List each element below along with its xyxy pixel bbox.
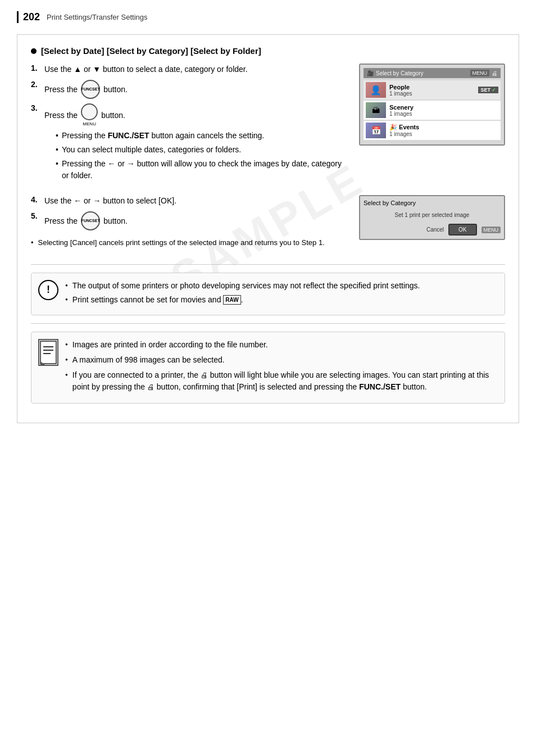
step-3-sub-bullets: Pressing the FUNC./SET button again canc… [56,130,348,182]
screenshot-2-title: Select by Category [364,200,501,206]
screenshot-1-menu: MENU [470,70,490,76]
events-category: 🎉 Events [389,124,498,131]
step-5-text-after: button. [103,215,128,227]
warning-content: The output of some printers or photo dev… [65,280,498,308]
step-5-text-before: Press the [44,215,78,227]
screenshot-row-events: 📅 🎉 Events 1 images [364,121,501,140]
row-people-text: People 1 images [389,84,475,97]
screenshot-1-titlebar: 🎥 Select by Category MENU 🖨 [364,68,501,78]
screenshot-2-bottom: Cancel OK MENU [364,224,501,236]
warning-text-1: The output of some printers or photo dev… [72,280,420,292]
sub-bullet-3-text: Pressing the ← or → button will allow yo… [62,158,348,182]
set-badge: SET ✓ [478,87,498,93]
step-2-content: Press the FUNCSET button. [44,80,348,99]
warning-box: ! The output of some printers or photo d… [31,273,505,315]
note-text-1: Images are printed in order according to… [72,339,268,351]
screenshot-1: 🎥 Select by Category MENU 🖨 👤 People 1 i… [359,64,505,189]
step-1-num: 1. [31,64,41,73]
sub-bullet-2-text: You can select multiple dates, categorie… [62,144,241,156]
step-5-num: 5. [31,211,41,220]
cancel-note: Selecting [Cancel] cancels print setting… [31,237,348,248]
step-2: 2. Press the FUNCSET button. [31,80,348,99]
note-box: Images are printed in order according to… [31,332,505,404]
section-title-text: [Select by Date] [Select by Category] [S… [41,46,261,56]
screenshot-row-scenery: 🏔 Scenery 1 images [364,101,501,120]
sub-bullet-3: Pressing the ← or → button will allow yo… [56,158,348,182]
step-4-or: or [84,196,93,205]
step-3-text-before: Press the [44,110,78,121]
screenshot-1-print-icon: 🖨 [492,70,497,76]
check-mark: ✓ [492,87,496,93]
step-4-content: Use the ← or → button to select [OK]. [44,195,348,207]
arrow-up-symbol: ▲ [74,65,84,74]
note-icon-svg [39,340,57,365]
page-header: 202 Print Settings/Transfer Settings [17,11,519,23]
divider-2 [31,323,505,324]
step-5: 5. Press the FUNCSET button. [31,211,348,230]
section-title: [Select by Date] [Select by Category] [S… [31,46,505,56]
step-3-content: Press the MENU button. Pressing the FUNC… [44,103,348,185]
step-2-num: 2. [31,80,41,89]
warning-text-2: Print settings cannot be set for movies … [72,294,243,306]
sub-bullet-1: Pressing the FUNC./SET button again canc… [56,130,348,142]
raw-badge: RAW [223,295,240,305]
people-count: 1 images [389,90,475,97]
sub-bullet-2: You can select multiple dates, categorie… [56,144,348,156]
step-2-text-after: button. [103,84,128,96]
thumb-events: 📅 [366,123,386,138]
warning-icon: ! [38,280,58,300]
steps-1-3: 1. Use the ▲ or ▼ button to select a dat… [31,64,348,189]
screenshot-box-2: Select by Category Set 1 print per selec… [359,195,505,240]
step-1-text-after: button to select a date, category or fol… [103,65,248,74]
cancel-note-text: Selecting [Cancel] cancels print setting… [38,237,325,248]
page-number: 202 [23,11,40,23]
step-4-text-after: button to select [OK]. [103,196,176,205]
screenshot-2-middle: Set 1 print per selected image [364,212,501,218]
print-camera-icon-1: 🖨 [201,370,208,381]
step-5-content: Press the FUNCSET button. [44,211,348,230]
note-text-3: If you are connected to a printer, the 🖨… [72,369,498,393]
arrow-down-symbol: ▼ [93,65,103,74]
warning-bullet-1: The output of some printers or photo dev… [65,280,498,292]
events-count: 1 images [389,131,498,137]
print-camera-icon-2: 🖨 [147,382,155,393]
divider-1 [31,264,505,265]
func-set-button-1: FUNCSET [81,80,100,99]
step-4-text-before: Use the [44,196,74,205]
screenshot-1-camera-icon: 🎥 [367,70,374,76]
main-content: SAMPLE [Select by Date] [Select by Categ… [17,34,519,423]
thumb-scenery: 🏔 [366,102,386,118]
screenshot-box-1: 🎥 Select by Category MENU 🖨 👤 People 1 i… [359,64,505,146]
row-events-text: 🎉 Events 1 images [389,124,498,137]
note-bullet-3: If you are connected to a printer, the 🖨… [65,369,498,393]
step-4: 4. Use the ← or → button to select [OK]. [31,195,348,207]
scenery-category: Scenery [389,104,498,111]
people-category: People [389,84,475,90]
scenery-count: 1 images [389,111,498,117]
row-scenery-text: Scenery 1 images [389,104,498,117]
screenshot-row-people: 👤 People 1 images SET ✓ [364,80,501,99]
warning-bullet-2: Print settings cannot be set for movies … [65,294,498,306]
func-set-button-2: FUNCSET [81,211,100,230]
thumb-people: 👤 [366,82,386,98]
screenshot-2-ok: OK [448,224,476,236]
screenshot-1-title: Select by Category [376,70,470,76]
warning-exclamation: ! [47,284,50,296]
arrow-right-symbol: → [93,196,103,205]
step-3-num: 3. [31,103,41,112]
note-icon [38,339,58,366]
note-bullet-2: A maximum of 998 images can be selected. [65,354,498,366]
step-1-content: Use the ▲ or ▼ button to select a date, … [44,64,348,75]
step-1-or: or [84,65,93,74]
screenshot-2-cancel: Cancel [426,227,444,233]
menu-button-circle: MENU [81,103,98,128]
arrow-left-symbol: ← [74,196,84,205]
note-content: Images are printed in order according to… [65,339,498,396]
page-title: Print Settings/Transfer Settings [47,13,147,21]
svg-rect-0 [40,341,56,364]
screenshot-2: Select by Category Set 1 print per selec… [359,195,505,240]
step-1: 1. Use the ▲ or ▼ button to select a dat… [31,64,348,75]
step-1-text-before: Use the [44,65,71,74]
step-3-text-after: button. [101,110,125,121]
menu-text: MENU [83,121,96,128]
